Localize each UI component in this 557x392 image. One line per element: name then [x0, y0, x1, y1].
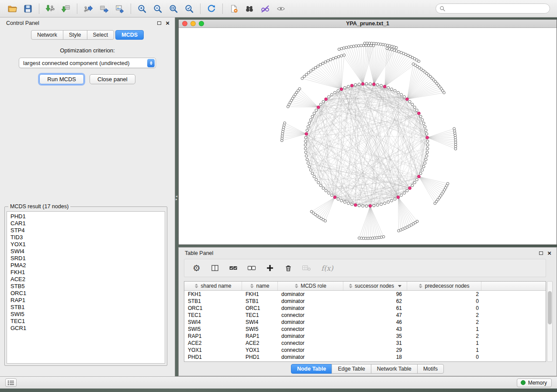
- mcds-node-item[interactable]: STB1: [10, 304, 165, 311]
- mcds-node-item[interactable]: SWI4: [10, 248, 165, 255]
- mcds-node-item[interactable]: ACE2: [10, 276, 165, 283]
- close-panel-icon[interactable]: ×: [166, 21, 170, 25]
- mcds-node-item[interactable]: SWI5: [10, 311, 165, 318]
- hide-details-button[interactable]: [257, 2, 273, 15]
- mcds-node-item[interactable]: RAP1: [10, 297, 165, 304]
- search-box[interactable]: [436, 3, 550, 14]
- import-network-icon: [45, 4, 55, 14]
- table-cell: 96: [343, 291, 407, 298]
- table-scrollbar-thumb[interactable]: [548, 291, 552, 324]
- network-window-titlebar[interactable]: YPA_prune.txt_1: [179, 20, 557, 28]
- search-network-button[interactable]: [242, 2, 257, 15]
- toolbar-separator: [131, 3, 131, 14]
- search-icon: [439, 6, 445, 11]
- export-network-button[interactable]: [80, 2, 96, 15]
- mcds-result-list[interactable]: PHD1CAR1STP4TID3YOX1SWI4SRD1PMA2FKH1ACE2…: [7, 211, 165, 364]
- mcds-node-item[interactable]: SRD1: [10, 255, 165, 262]
- mcds-node-item[interactable]: YOX1: [10, 241, 165, 248]
- share-document-icon: [229, 4, 239, 14]
- table-row[interactable]: YOX1YOX1connector291: [184, 347, 546, 354]
- table-settings-button[interactable]: ⚙: [191, 263, 202, 273]
- mcds-result-box: MCDS result (17 nodes) PHD1CAR1STP4TID3Y…: [4, 203, 167, 366]
- tab-mcds[interactable]: MCDS: [115, 30, 144, 40]
- select-all-button[interactable]: [228, 263, 239, 273]
- table-row[interactable]: SWI5SWI5connector431: [184, 326, 546, 333]
- tab-select[interactable]: Select: [87, 30, 114, 40]
- zoom-fit-button[interactable]: [166, 2, 181, 15]
- memory-button[interactable]: Memory: [517, 378, 552, 387]
- zoom-selected-button[interactable]: [181, 2, 197, 15]
- mcds-node-item[interactable]: CAR1: [10, 220, 165, 227]
- mcds-node-item[interactable]: STP4: [10, 227, 165, 234]
- network-graph[interactable]: [179, 28, 557, 244]
- tab-node-table[interactable]: Node Table: [291, 364, 332, 374]
- show-details-button[interactable]: [273, 2, 289, 15]
- criterion-dropdown[interactable]: largest connected component (undirected): [19, 58, 156, 68]
- table-row[interactable]: PHD1PHD1dominator180: [184, 354, 546, 361]
- column-header-shared-name[interactable]: shared name: [184, 282, 242, 290]
- delete-column-button[interactable]: [283, 263, 294, 273]
- status-bar: Memory: [0, 376, 557, 389]
- column-header-successor-nodes[interactable]: successor nodes: [343, 282, 407, 290]
- table-row[interactable]: ACE2ACE2connector311: [184, 340, 546, 347]
- table-row[interactable]: FKH1FKH1dominator962: [184, 291, 546, 298]
- table-cell: PHD1: [242, 354, 278, 361]
- network-canvas[interactable]: [179, 28, 557, 244]
- add-column-button[interactable]: [265, 263, 275, 273]
- save-session-button[interactable]: [20, 2, 36, 15]
- show-columns-button[interactable]: [210, 263, 220, 273]
- float-table-panel-icon[interactable]: [539, 251, 543, 255]
- node-table-body[interactable]: FKH1FKH1dominator962STB1STB1dominator620…: [184, 291, 546, 361]
- function-builder-button[interactable]: f(x): [320, 263, 335, 273]
- run-mcds-button[interactable]: Run MCDS: [39, 74, 84, 84]
- search-input[interactable]: [447, 6, 546, 12]
- table-row[interactable]: RAP1RAP1dominator352: [184, 333, 546, 340]
- tab-edge-table[interactable]: Edge Table: [332, 364, 371, 374]
- mcds-node-item[interactable]: ORC1: [10, 290, 165, 297]
- open-folder-icon: [7, 4, 17, 14]
- tab-motifs[interactable]: Motifs: [417, 364, 444, 374]
- mcds-node-item[interactable]: STB5: [10, 283, 165, 290]
- zoom-out-button[interactable]: [150, 2, 166, 15]
- mcds-node-item[interactable]: TEC1: [10, 318, 165, 325]
- export-table-icon: [99, 4, 109, 14]
- table-row[interactable]: TEC1TEC1connector472: [184, 312, 546, 319]
- column-header-mcds-role[interactable]: MCDS role: [278, 282, 343, 290]
- table-row[interactable]: ORC1ORC1dominator610: [184, 305, 546, 312]
- table-cell: [481, 305, 546, 312]
- table-cell: TEC1: [184, 312, 242, 319]
- mcds-node-item[interactable]: PMA2: [10, 262, 165, 269]
- table-cell: dominator: [278, 291, 343, 298]
- refresh-layout-button[interactable]: [204, 2, 219, 15]
- mcds-node-item[interactable]: GCR1: [10, 325, 165, 332]
- task-history-button[interactable]: [5, 378, 17, 387]
- zoom-in-button[interactable]: [134, 2, 150, 15]
- tab-style[interactable]: Style: [63, 30, 87, 40]
- node-table[interactable]: shared name name MCDS role successor nod…: [184, 281, 546, 362]
- table-row[interactable]: SWI4SWI4dominator462: [184, 319, 546, 326]
- mcds-node-item[interactable]: PHD1: [10, 213, 165, 220]
- close-table-panel-icon[interactable]: ×: [547, 251, 551, 255]
- deselect-all-button[interactable]: [246, 263, 257, 273]
- table-panel: Table Panel × ⚙: [178, 247, 557, 376]
- optimization-criterion-label: Optimization criterion:: [0, 47, 175, 54]
- close-mcds-panel-button[interactable]: Close panel: [90, 74, 135, 84]
- import-table-button[interactable]: [58, 2, 74, 15]
- export-image-button[interactable]: [112, 2, 128, 15]
- column-header-predecessor-nodes[interactable]: predecessor nodes: [407, 282, 481, 290]
- open-session-button[interactable]: [4, 2, 20, 15]
- import-network-button[interactable]: [42, 2, 58, 15]
- main-toolbar: [0, 0, 557, 17]
- column-header-name[interactable]: name: [242, 282, 278, 290]
- share-document-button[interactable]: [226, 2, 242, 15]
- table-scrollbar[interactable]: [547, 281, 553, 362]
- tab-network-table[interactable]: Network Table: [371, 364, 418, 374]
- table-row[interactable]: STB1STB1dominator620: [184, 298, 546, 305]
- tab-network[interactable]: Network: [31, 30, 63, 40]
- export-table-button[interactable]: [96, 2, 112, 15]
- table-cell: [481, 340, 546, 347]
- mcds-node-item[interactable]: TID3: [10, 234, 165, 241]
- float-panel-icon[interactable]: [157, 21, 161, 25]
- mcds-node-item[interactable]: FKH1: [10, 269, 165, 276]
- splitter-collapse-icon[interactable]: ◂▸: [175, 195, 178, 201]
